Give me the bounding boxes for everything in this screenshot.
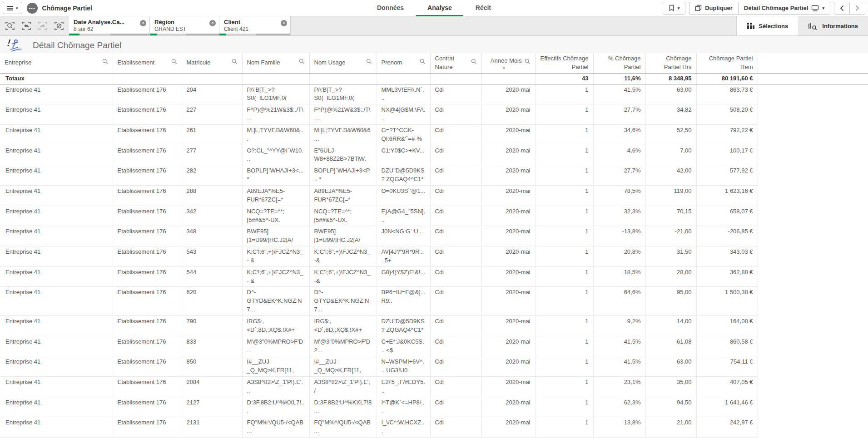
cell-annee_mois[interactable]: 2020-mai: [481, 206, 535, 226]
bookmark-button[interactable]: ▾: [663, 2, 685, 14]
cell-nom_famille[interactable]: BOPLP]`WHAJI+3<... *: [242, 165, 309, 186]
cell-contrat[interactable]: Cdi: [430, 145, 481, 165]
cell-entreprise[interactable]: Entreprise 41: [0, 377, 113, 397]
cell-etablissement[interactable]: Etablissement 176: [113, 226, 182, 246]
cell-contrat[interactable]: Cdi: [430, 356, 481, 377]
col-header-annee_mois[interactable]: Année Mois▲: [481, 53, 535, 73]
search-icon[interactable]: [420, 59, 426, 67]
cell-annee_mois[interactable]: 2020-mai: [481, 315, 535, 336]
cell-entreprise[interactable]: Entreprise 41: [0, 266, 113, 287]
cell-matricule[interactable]: 277: [182, 145, 242, 165]
cell-nom_famille[interactable]: D^- GTYD&EK^K.NGZ:N7...: [242, 287, 309, 316]
selection-chip-client[interactable]: Client Client 421 ✕: [219, 16, 291, 35]
cell-etablissement[interactable]: Etablissement 176: [113, 186, 182, 206]
cell-nom_usage[interactable]: I#__ZUJ- _Q_MQ>K,FR[11,: [309, 356, 377, 377]
cell-nom_famille[interactable]: K;C'!;6",+)\FJCZ^N3_- &: [242, 266, 309, 287]
cell-contrat[interactable]: Cdi: [430, 84, 481, 104]
tab-donnees[interactable]: Données: [365, 0, 416, 16]
cell-etablissement[interactable]: Etablissement 176: [113, 206, 182, 226]
cell-nom_usage[interactable]: IRG$:, <D`,8D,;XQ$,!X#+: [309, 315, 377, 336]
clear-all-selections-button[interactable]: [52, 19, 66, 33]
cell-entreprise[interactable]: Entreprise 41: [0, 336, 113, 356]
selection-chip-date[interactable]: Date Analyse.Ca... 8 sur 62 ✕: [69, 16, 150, 35]
cell-annee_mois[interactable]: 2020-mai: [481, 186, 535, 206]
cell-contrat[interactable]: Cdi: [430, 124, 481, 145]
cell-nom_usage[interactable]: M'@3"0%MPRO>F'D2...: [309, 336, 377, 356]
cell-matricule[interactable]: 850: [182, 356, 242, 377]
step-forward-selection-button[interactable]: [35, 19, 50, 33]
col-header-matricule[interactable]: Matricule: [182, 53, 242, 73]
cell-matricule[interactable]: 2127: [182, 397, 242, 417]
cell-prenom[interactable]: G8)4)Y$Z)E!&!...: [377, 266, 430, 287]
cell-contrat[interactable]: Cdi: [430, 104, 481, 125]
cell-entreprise[interactable]: Entreprise 41: [0, 315, 113, 336]
smart-search-button[interactable]: [3, 19, 17, 33]
cell-nom_famille[interactable]: IRG$:, <D`,8D,;XQ$,!X#+: [242, 315, 309, 336]
cell-prenom[interactable]: E2\'5_,F/#EDY5...: [377, 377, 430, 397]
col-header-effectifs[interactable]: Effectifs Chômage Partiel: [535, 53, 593, 73]
search-icon[interactable]: [232, 59, 238, 67]
cell-entreprise[interactable]: Entreprise 41: [0, 186, 113, 206]
cell-entreprise[interactable]: Entreprise 41: [0, 417, 113, 438]
cell-contrat[interactable]: Cdi: [430, 246, 481, 267]
cell-nom_famille[interactable]: NCQ=?TE=^*; [5##&5^-UX.: [242, 206, 309, 226]
col-header-nom_usage[interactable]: Nom Usage: [309, 53, 377, 73]
cell-matricule[interactable]: 227: [182, 104, 242, 125]
cell-nom_usage[interactable]: NCQ=?TE=^*; [5##&5^-UX.: [309, 206, 377, 226]
cell-entreprise[interactable]: Entreprise 41: [0, 84, 113, 104]
cell-matricule[interactable]: 544: [182, 266, 242, 287]
cell-matricule[interactable]: 261: [182, 124, 242, 145]
cell-prenom[interactable]: DZU"D@5D9KS? ZQGAQ4^C1*: [377, 165, 430, 186]
search-icon[interactable]: [366, 59, 372, 67]
cell-nom_usage[interactable]: K;C'!;6",+)\FJCZ^N3_-&: [309, 246, 377, 267]
cell-etablissement[interactable]: Etablissement 176: [113, 104, 182, 125]
cell-contrat[interactable]: Cdi: [430, 377, 481, 397]
duplicate-sheet-button[interactable]: Dupliquer: [689, 2, 738, 14]
cell-nom_famille[interactable]: D:3F.8B2:U^%KXL7!...: [242, 397, 309, 417]
cell-etablissement[interactable]: Etablissement 176: [113, 397, 182, 417]
cell-etablissement[interactable]: Etablissement 176: [113, 145, 182, 165]
cell-prenom[interactable]: NX@4]G$M:\FA...: [377, 104, 430, 125]
cell-contrat[interactable]: Cdi: [430, 315, 481, 336]
selections-tool-button[interactable]: Sélections: [736, 16, 798, 35]
cell-matricule[interactable]: 204: [182, 84, 242, 104]
cell-entreprise[interactable]: Entreprise 41: [0, 124, 113, 145]
tab-analyse[interactable]: Analyse: [416, 0, 464, 16]
cell-entreprise[interactable]: Entreprise 41: [0, 356, 113, 377]
cell-prenom[interactable]: N=WSPMI+6V^... UG3!U0: [377, 356, 430, 377]
cell-matricule[interactable]: 288: [182, 186, 242, 206]
cell-matricule[interactable]: 348: [182, 226, 242, 246]
search-icon[interactable]: [171, 59, 177, 67]
cell-prenom[interactable]: C+E*:J&0KC5S... <$: [377, 336, 430, 356]
cell-annee_mois[interactable]: 2020-mai: [481, 356, 535, 377]
cell-nom_usage[interactable]: D^- GTYD&EK^K.NGZ:N7...: [309, 287, 377, 316]
cell-annee_mois[interactable]: 2020-mai: [481, 104, 535, 125]
cell-matricule[interactable]: 2084: [182, 377, 242, 397]
cell-contrat[interactable]: Cdi: [430, 287, 481, 316]
sheet-selector-button[interactable]: Détail Chômage Partiel ▾: [738, 2, 830, 14]
cell-nom_usage[interactable]: K;C'!;6",+)\FJCZ^N3_-&: [309, 266, 377, 287]
cell-matricule[interactable]: 833: [182, 336, 242, 356]
cell-contrat[interactable]: Cdi: [430, 266, 481, 287]
col-header-contrat[interactable]: Contrat Nature: [430, 53, 481, 73]
cell-prenom[interactable]: MML3V!EFA.N`...: [377, 84, 430, 104]
cell-entreprise[interactable]: Entreprise 41: [0, 246, 113, 267]
cell-matricule[interactable]: 620: [182, 287, 242, 316]
informations-button[interactable]: Informations: [798, 16, 868, 35]
cell-matricule[interactable]: 282: [182, 165, 242, 186]
col-header-etablissement[interactable]: Etablissement: [113, 53, 182, 73]
close-icon[interactable]: ✕: [140, 20, 146, 26]
cell-contrat[interactable]: Cdi: [430, 206, 481, 226]
col-header-nom_famille[interactable]: Nom Famille: [242, 53, 309, 73]
cell-nom_usage[interactable]: FQ"M%^/QU5-/<QAB...: [309, 417, 377, 438]
cell-annee_mois[interactable]: 2020-mai: [481, 336, 535, 356]
cell-prenom[interactable]: BP6=IU=F@&]... R9:.: [377, 287, 430, 316]
cell-nom_usage[interactable]: A89EJA*%E5- FUR*67ZC[=*: [309, 186, 377, 206]
cell-nom_usage[interactable]: PA'B[T_>? S0(_ILG1MF,0(: [309, 84, 377, 104]
step-back-selection-button[interactable]: [19, 19, 34, 33]
cell-entreprise[interactable]: Entreprise 41: [0, 206, 113, 226]
cell-etablissement[interactable]: Etablissement 176: [113, 124, 182, 145]
cell-annee_mois[interactable]: 2020-mai: [481, 266, 535, 287]
cell-nom_famille[interactable]: A89EJA*%E5- FUR*67ZC[=*: [242, 186, 309, 206]
cell-nom_usage[interactable]: F^P)@%21W&3$:./T\....: [309, 104, 377, 125]
